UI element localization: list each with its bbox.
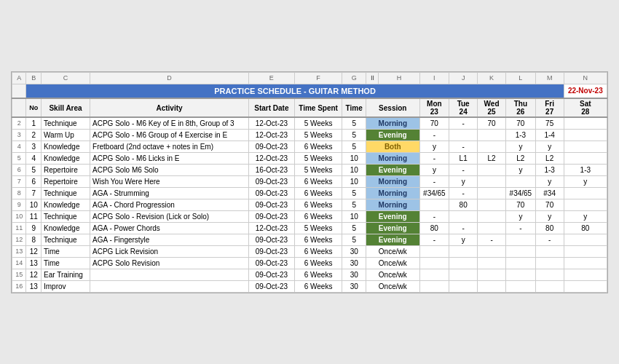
- time-spent: 5 Weeks: [294, 222, 342, 234]
- thu-cell: y: [506, 141, 536, 152]
- mon-cell: y: [419, 164, 449, 175]
- header-timespent: Time Spent: [294, 98, 342, 117]
- time: 30: [342, 269, 366, 280]
- row-no: 7: [26, 187, 42, 199]
- time-spent: 5 Weeks: [294, 129, 342, 141]
- session: Morning: [366, 117, 420, 129]
- skill-area: Technique: [42, 234, 90, 245]
- tue-cell: -: [449, 187, 478, 199]
- header-wed: Wed 25: [478, 98, 506, 117]
- time: 5: [342, 234, 366, 245]
- session: Morning: [366, 187, 420, 199]
- header-time: Time: [342, 98, 366, 117]
- skill-area: Knowledge: [42, 141, 90, 152]
- time-spent: 6 Weeks: [294, 280, 342, 292]
- col-h: H: [379, 72, 419, 84]
- thu-cell: [506, 234, 536, 245]
- row-no: 13: [26, 280, 42, 292]
- start-date: 12-Oct-23: [249, 222, 295, 234]
- sat-cell: 1-3: [564, 164, 607, 175]
- time: 10: [342, 175, 366, 187]
- skill-area: Repertoire: [42, 164, 90, 175]
- skill-area: Technique: [42, 117, 90, 129]
- mon-cell: [419, 245, 449, 257]
- tue-cell: [449, 269, 478, 280]
- header-session: Session: [366, 98, 420, 117]
- activity-cell: ACPG Lick Revision: [90, 245, 249, 257]
- row-number: 9: [12, 199, 26, 210]
- activity-cell: AGA - Strumming: [90, 187, 249, 199]
- session: Evening: [366, 129, 420, 141]
- col-c: C: [42, 72, 90, 84]
- row-num-title: [12, 84, 26, 98]
- table-row: 14 13 Time ACPG Solo Revision 09-Oct-23 …: [12, 257, 607, 269]
- start-date: 09-Oct-23: [249, 234, 295, 245]
- row-number: 3: [12, 129, 26, 141]
- thu-cell: 70: [506, 199, 536, 210]
- start-date: 09-Oct-23: [249, 269, 295, 280]
- table-row: 15 12 Ear Training 09-Oct-23 6 Weeks 30 …: [12, 269, 607, 280]
- time-spent: 6 Weeks: [294, 257, 342, 269]
- session: Once/wk: [366, 280, 420, 292]
- start-date: 09-Oct-23: [249, 199, 295, 210]
- col-f: F: [294, 72, 342, 84]
- mon-cell: -: [419, 152, 449, 164]
- time: 5: [342, 222, 366, 234]
- sat-cell: [564, 269, 607, 280]
- row-number: 5: [12, 152, 26, 164]
- fri-cell: 75: [535, 117, 564, 129]
- session: Morning: [366, 175, 420, 187]
- time-spent: 6 Weeks: [294, 141, 342, 152]
- start-date: 12-Oct-23: [249, 152, 295, 164]
- mon-cell: [419, 269, 449, 280]
- time: 10: [342, 210, 366, 222]
- row-no: 5: [26, 164, 42, 175]
- mon-cell: y: [419, 141, 449, 152]
- fri-cell: y: [535, 175, 564, 187]
- table-row: 11 9 Knowledge AGA - Power Chords 12-Oct…: [12, 222, 607, 234]
- row-no: 1: [26, 117, 42, 129]
- time-spent: 6 Weeks: [294, 210, 342, 222]
- row-number: 7: [12, 175, 26, 187]
- row-no: 4: [26, 152, 42, 164]
- fri-cell: -: [535, 234, 564, 245]
- col-b: B: [26, 72, 42, 84]
- activity-cell: ACPG Solo - M6 Group of 4 Exercise in E: [90, 129, 249, 141]
- activity-cell: Fretboard (2nd octave + notes in Em): [90, 141, 249, 152]
- header-startdate: Start Date: [249, 98, 295, 117]
- time-spent: 6 Weeks: [294, 175, 342, 187]
- fri-cell: 1-4: [535, 129, 564, 141]
- fri-cell: y: [535, 141, 564, 152]
- header-thu: Thu 26: [506, 98, 536, 117]
- thu-cell: [506, 257, 536, 269]
- mon-cell: -: [419, 129, 449, 141]
- skill-area: Knowledge: [42, 222, 90, 234]
- tue-cell: [449, 245, 478, 257]
- fri-cell: L2: [535, 152, 564, 164]
- time: 30: [342, 257, 366, 269]
- thu-cell: -: [506, 222, 536, 234]
- session: Evening: [366, 234, 420, 245]
- wed-cell: [478, 164, 506, 175]
- fri-cell: 70: [535, 199, 564, 210]
- session: Evening: [366, 164, 420, 175]
- start-date: 09-Oct-23: [249, 175, 295, 187]
- col-a: A: [12, 72, 26, 84]
- activity-cell: AGA - Chord Progression: [90, 199, 249, 210]
- session: Once/wk: [366, 257, 420, 269]
- mon-cell: [419, 199, 449, 210]
- table-row: 6 5 Repertoire ACPG Solo M6 Solo 16-Oct-…: [12, 164, 607, 175]
- col-pause: ⏸: [366, 72, 379, 84]
- row-number: 14: [12, 257, 26, 269]
- col-e: E: [249, 72, 295, 84]
- col-j: J: [449, 72, 478, 84]
- sat-cell: [564, 187, 607, 199]
- wed-cell: [478, 141, 506, 152]
- row-number: 2: [12, 117, 26, 129]
- col-n: N: [564, 72, 607, 84]
- tue-cell: [449, 210, 478, 222]
- sat-cell: [564, 141, 607, 152]
- header-mon: Mon 23: [419, 98, 449, 117]
- col-g: G: [342, 72, 366, 84]
- tue-cell: 80: [449, 199, 478, 210]
